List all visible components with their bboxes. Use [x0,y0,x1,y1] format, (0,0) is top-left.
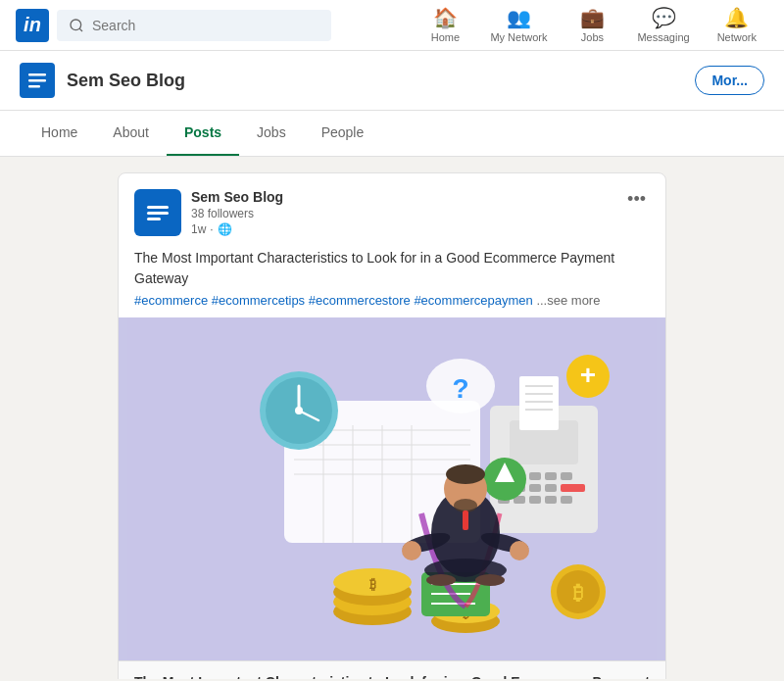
svg-rect-3 [28,79,46,82]
svg-text:+: + [580,360,596,390]
sub-nav-item-people[interactable]: People [304,111,382,156]
post-caption: The Most Important Characteristics to Lo… [119,660,665,679]
network-icon: 👥 [507,6,531,29]
svg-rect-38 [519,376,559,430]
svg-text:₿: ₿ [573,582,583,604]
svg-rect-7 [147,218,161,220]
sub-nav-item-posts[interactable]: Posts [167,111,239,156]
sub-nav-item-home[interactable]: Home [24,111,95,156]
nav-items-list: 🏠 Home 👥 My Network 💼 Jobs 💬 Messaging 🔔… [416,0,768,51]
svg-rect-25 [529,472,541,480]
nav-label-messaging: Messaging [637,31,689,43]
home-icon: 🏠 [433,6,458,29]
svg-rect-27 [561,472,572,480]
svg-rect-5 [147,206,169,209]
see-more-link[interactable]: ...see more [536,293,600,308]
nav-label-my-network: My Network [490,31,547,43]
svg-point-71 [446,464,485,484]
company-header-bar: Sem Seo Blog Mor... [0,51,784,111]
svg-rect-26 [545,472,557,480]
company-logo-small [20,63,55,98]
svg-rect-36 [545,496,557,504]
search-input[interactable] [92,18,319,33]
post-caption-title: The Most Important Characteristics to Lo… [134,673,650,679]
svg-rect-6 [147,212,169,215]
post-author-avatar[interactable] [134,189,181,236]
post-hashtags: #ecommerce #ecommercetips #ecommercestor… [134,293,650,308]
post-body: The Most Important Characteristics to Lo… [119,244,665,317]
sub-nav-item-jobs[interactable]: Jobs [239,111,304,156]
svg-rect-31 [545,484,557,492]
svg-rect-4 [28,85,40,88]
svg-rect-32 [561,484,585,492]
post-header: Sem Seo Blog 38 followers 1w · 🌐 ••• [119,173,665,244]
top-navigation: in 🏠 Home 👥 My Network 💼 Jobs 💬 Messagin… [0,0,784,51]
svg-point-80 [475,574,505,586]
jobs-icon: 💼 [580,6,605,29]
nav-item-messaging[interactable]: 💬 Messaging [625,0,701,51]
post-image: ? + ₿ ₿ ₿ [119,317,665,660]
nav-item-home[interactable]: 🏠 Home [416,0,474,51]
nav-label-home: Home [431,31,460,43]
separator: · [210,222,213,236]
search-icon [69,18,84,33]
post-followers-count: 38 followers [191,207,613,220]
sub-navigation: Home About Posts Jobs People [0,111,784,157]
post-time-line: 1w · 🌐 [191,222,613,236]
company-name: Sem Seo Blog [67,71,185,91]
post-meta: Sem Seo Blog 38 followers 1w · 🌐 [191,189,613,236]
nav-item-network[interactable]: 🔔 Network [706,0,768,51]
main-content: Sem Seo Blog 38 followers 1w · 🌐 ••• The… [0,157,784,679]
svg-rect-30 [529,484,541,492]
globe-icon: 🌐 [218,222,232,236]
nav-label-jobs: Jobs [581,31,604,43]
svg-rect-2 [28,73,46,76]
post-more-options-button[interactable]: ••• [623,189,650,210]
svg-point-77 [510,541,529,560]
bell-icon: 🔔 [724,6,749,29]
sub-nav-item-about[interactable]: About [95,111,167,156]
svg-point-79 [426,574,456,586]
more-button[interactable]: Mor... [695,66,764,95]
svg-rect-37 [561,496,572,504]
svg-point-72 [454,499,477,512]
svg-point-76 [402,541,421,560]
nav-item-jobs[interactable]: 💼 Jobs [563,0,621,51]
svg-line-1 [79,28,82,31]
search-bar-container[interactable] [57,10,331,41]
post-text: The Most Important Characteristics to Lo… [134,248,650,289]
svg-rect-73 [463,511,468,530]
post-author-name[interactable]: Sem Seo Blog [191,189,613,205]
svg-point-47 [295,407,303,414]
svg-text:₿: ₿ [369,576,376,592]
post-time: 1w [191,222,206,236]
svg-rect-35 [529,496,541,504]
svg-text:?: ? [452,373,468,404]
linkedin-logo[interactable]: in [16,9,49,42]
svg-point-0 [71,20,81,30]
nav-item-my-network[interactable]: 👥 My Network [478,0,559,51]
messaging-icon: 💬 [652,6,676,29]
nav-label-network: Network [717,31,757,43]
post-card: Sem Seo Blog 38 followers 1w · 🌐 ••• The… [118,172,666,679]
